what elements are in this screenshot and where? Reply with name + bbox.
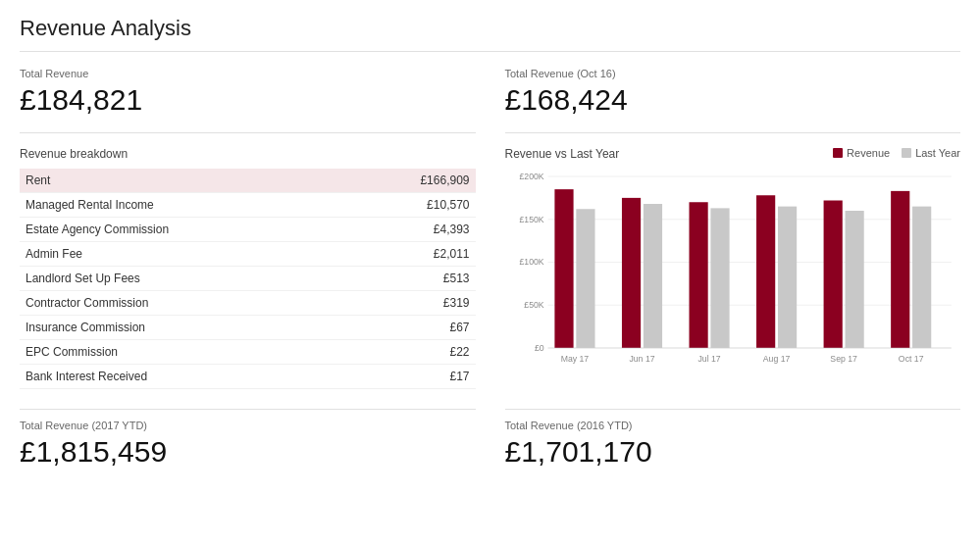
breakdown-row-name: Rent [20, 169, 347, 193]
svg-text:Sep 17: Sep 17 [830, 354, 857, 364]
breakdown-row: Managed Rental Income£10,570 [20, 193, 476, 218]
ytd-2016-value: £1,701,170 [505, 435, 961, 469]
breakdown-row-amount: £2,011 [347, 242, 476, 267]
bottom-right: Total Revenue (2016 YTD) £1,701,170 [505, 409, 961, 484]
breakdown-row-name: Bank Interest Received [20, 365, 347, 389]
svg-rect-23 [845, 211, 863, 348]
breakdown-row: Contractor Commission£319 [20, 291, 476, 316]
legend-revenue-label: Revenue [847, 147, 890, 159]
left-column: Total Revenue £184,821 Revenue breakdown… [20, 68, 476, 389]
breakdown-row-amount: £166,909 [347, 169, 476, 193]
svg-text:Jul 17: Jul 17 [697, 354, 720, 364]
svg-rect-14 [643, 204, 661, 348]
breakdown-row-amount: £4,393 [347, 218, 476, 242]
page-title: Revenue Analysis [20, 16, 960, 52]
total-revenue-oct-value: £168,424 [505, 83, 961, 117]
total-revenue-oct-label: Total Revenue (Oct 16) [505, 68, 961, 79]
svg-text:Aug 17: Aug 17 [762, 354, 790, 364]
breakdown-row: Rent£166,909 [20, 169, 476, 193]
breakdown-row-amount: £10,570 [347, 193, 476, 218]
svg-rect-25 [891, 191, 909, 348]
breakdown-row-name: EPC Commission [20, 340, 347, 365]
svg-text:£150K: £150K [519, 215, 543, 224]
svg-text:£100K: £100K [519, 257, 543, 267]
breakdown-row-amount: £22 [347, 340, 476, 365]
breakdown-row: Insurance Commission£67 [20, 316, 476, 340]
breakdown-row: EPC Commission£22 [20, 340, 476, 365]
ytd-2016-label: Total Revenue (2016 YTD) [505, 420, 961, 431]
bottom-grid: Total Revenue (2017 YTD) £1,815,459 Tota… [20, 409, 960, 484]
breakdown-row: Landlord Set Up Fees£513 [20, 267, 476, 291]
breakdown-table: Rent£166,909Managed Rental Income£10,570… [20, 169, 476, 389]
legend-last-year-dot [902, 148, 911, 158]
main-grid: Total Revenue £184,821 Revenue breakdown… [20, 68, 960, 389]
ytd-2017-value: £1,815,459 [20, 435, 476, 469]
svg-rect-11 [576, 209, 594, 348]
svg-text:£50K: £50K [524, 300, 543, 310]
ytd-2017-label: Total Revenue (2017 YTD) [20, 420, 476, 431]
breakdown-row-amount: £513 [347, 267, 476, 291]
breakdown-row-name: Insurance Commission [20, 316, 347, 340]
chart-legend: Revenue Last Year [833, 147, 960, 159]
svg-rect-20 [777, 207, 796, 348]
breakdown-row-amount: £319 [347, 291, 476, 316]
svg-rect-17 [710, 208, 729, 348]
breakdown-row-amount: £67 [347, 316, 476, 340]
breakdown-row: Estate Agency Commission£4,393 [20, 218, 476, 242]
page: Revenue Analysis Total Revenue £184,821 … [0, 0, 980, 500]
breakdown-row-name: Managed Rental Income [20, 193, 347, 218]
legend-revenue: Revenue [833, 147, 890, 159]
breakdown-row-name: Admin Fee [20, 242, 347, 267]
breakdown-row-name: Estate Agency Commission [20, 218, 347, 242]
bar-chart-svg: £0£50K£100K£150K£200KMay 17Jun 17Jul 17A… [505, 167, 961, 382]
breakdown-row: Admin Fee£2,011 [20, 242, 476, 267]
breakdown-row-name: Landlord Set Up Fees [20, 267, 347, 291]
svg-text:£200K: £200K [519, 172, 543, 181]
svg-rect-10 [554, 189, 573, 348]
svg-rect-22 [823, 201, 842, 349]
bottom-left: Total Revenue (2017 YTD) £1,815,459 [20, 409, 476, 484]
legend-revenue-dot [833, 148, 843, 158]
svg-rect-13 [621, 198, 640, 348]
svg-rect-26 [912, 207, 931, 348]
svg-rect-19 [756, 195, 775, 348]
breakdown-row-amount: £17 [347, 365, 476, 389]
legend-last-year-label: Last Year [915, 147, 960, 159]
chart-container: £0£50K£100K£150K£200KMay 17Jun 17Jul 17A… [505, 167, 961, 386]
svg-text:Oct 17: Oct 17 [898, 354, 923, 364]
legend-last-year: Last Year [902, 147, 960, 159]
chart-section: Revenue vs Last Year Revenue Last Year [505, 147, 961, 386]
total-revenue-value: £184,821 [20, 83, 476, 117]
right-column: Total Revenue (Oct 16) £168,424 Revenue … [505, 68, 961, 389]
breakdown-label: Revenue breakdown [20, 147, 476, 161]
svg-text:May 17: May 17 [560, 354, 589, 364]
svg-text:Jun 17: Jun 17 [629, 354, 654, 364]
breakdown-row-name: Contractor Commission [20, 291, 347, 316]
breakdown-row: Bank Interest Received£17 [20, 365, 476, 389]
svg-text:£0: £0 [534, 343, 543, 353]
total-revenue-label: Total Revenue [20, 68, 476, 79]
svg-rect-16 [689, 202, 707, 348]
